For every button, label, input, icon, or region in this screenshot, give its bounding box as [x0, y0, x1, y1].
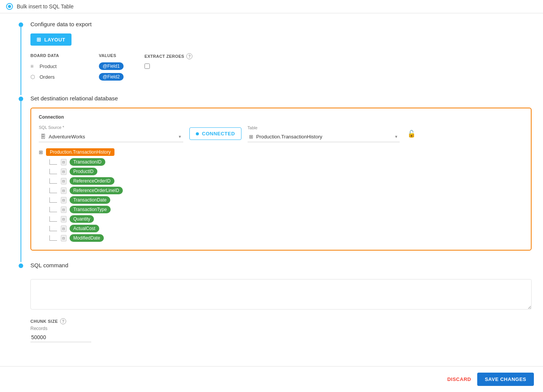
field-chip-transactionid: TransactionID: [70, 158, 105, 166]
step3-container: SQL command CHUNK SIZE ? Records: [11, 262, 532, 354]
chunk-help-icon[interactable]: ?: [60, 318, 66, 324]
table-select[interactable]: ⊞ Production.TransactionHistory ▼: [248, 132, 400, 142]
header-title: Bulk insert to SQL Table: [17, 3, 73, 10]
step2-heading: Set destination relational database: [30, 95, 532, 102]
records-input[interactable]: [30, 333, 91, 342]
column-icon-referenceorderlineid: ⊟: [61, 187, 67, 194]
step2-dot: [19, 97, 23, 101]
main-content: Configure data to export ⊞ LAYOUT Board …: [0, 13, 543, 366]
connected-button[interactable]: CONNECTED: [189, 127, 241, 140]
tree-branch-icon: [49, 178, 57, 184]
table-label: Table: [248, 125, 400, 130]
tree-root: ⊞ Production.TransactionHistory ⊟ Transa…: [39, 148, 523, 242]
field1-badge: @Field1: [99, 62, 124, 70]
sql-source-value: AdventureWorks: [49, 134, 175, 140]
header-bar: Bulk insert to SQL Table: [0, 0, 543, 13]
db-icon: 🗄: [40, 133, 46, 140]
tree-branch-icon: [49, 226, 57, 231]
tree-branch-icon: [49, 188, 57, 193]
step1-content: Configure data to export ⊞ LAYOUT Board …: [30, 21, 532, 95]
connection-box: Connection SQL Source * 🗄 AdventureWorks…: [30, 108, 532, 251]
chunk-section: CHUNK SIZE ? Records: [30, 318, 532, 342]
tree-branch-icon: [49, 197, 57, 203]
tree-field-referenceorderid: ⊟ ReferenceOrderID: [49, 177, 523, 185]
tree-branch-icon: [49, 216, 57, 222]
field-chip-referenceorderlineid: ReferenceOrderLineID: [70, 187, 123, 194]
field-chip-actualcost: ActualCost: [70, 225, 99, 232]
column-icon-modifieddate: ⊟: [61, 235, 67, 241]
field-chip-transactiondate: TransactionDate: [70, 196, 111, 204]
board-table-header: Board data Values Extract zeroes ?: [30, 53, 532, 59]
step3-line: [21, 268, 21, 354]
records-label: Records: [30, 326, 532, 331]
footer-bar: DISCARD SAVE CHANGES: [0, 366, 543, 392]
layout-button-label: LAYOUT: [44, 37, 65, 43]
table-dropdown-arrow-icon: ▼: [394, 135, 398, 139]
table-select-value: Production.TransactionHistory: [256, 134, 391, 140]
field2-badge: @Field2: [99, 73, 124, 81]
lock-button[interactable]: 🔓: [406, 128, 417, 140]
product-label: Product: [40, 63, 57, 69]
connected-dot-icon: [196, 132, 199, 135]
step2-content: Set destination relational database Conn…: [30, 95, 532, 262]
tree-fields: ⊟ TransactionID ⊟ ProductID: [49, 158, 523, 242]
col-header-extract: Extract zeroes ?: [144, 53, 213, 59]
tree-branch-icon: [49, 207, 57, 212]
col-header-board-data: Board data: [30, 53, 99, 59]
tree-field-referenceorderlineid: ⊟ ReferenceOrderLineID: [49, 187, 523, 194]
cube-icon: ⬡: [30, 74, 37, 80]
layout-button[interactable]: ⊞ LAYOUT: [30, 33, 71, 46]
tree-branch-icon: [49, 235, 57, 241]
field-chip-transactiontype: TransactionType: [70, 206, 111, 213]
connected-label: CONNECTED: [202, 131, 235, 136]
tree-table-grid-icon: ⊞: [39, 149, 43, 155]
column-icon-referenceorderid: ⊟: [61, 178, 67, 184]
col-header-extract-label: Extract zeroes: [144, 54, 184, 59]
extract-checkbox-product[interactable]: [144, 63, 150, 69]
board-row-product: ≡ Product @Field1: [30, 62, 532, 70]
sql-command-input[interactable]: [30, 279, 532, 309]
discard-button[interactable]: DISCARD: [447, 376, 471, 382]
column-icon-actualcost: ⊟: [61, 225, 67, 232]
orders-label: Orders: [40, 74, 55, 80]
board-value-orders: @Field2: [99, 73, 144, 81]
table-grid-icon: ⊞: [249, 134, 253, 140]
save-changes-button[interactable]: SAVE CHANGES: [477, 373, 534, 386]
hamburger-icon: ≡: [30, 63, 37, 69]
page-wrapper: Bulk insert to SQL Table Configure data …: [0, 0, 543, 392]
field-chip-productid: ProductID: [70, 168, 97, 175]
step1-container: Configure data to export ⊞ LAYOUT Board …: [11, 21, 532, 95]
column-icon-quantity: ⊟: [61, 216, 67, 222]
tree-field-transactionid: ⊟ TransactionID: [49, 158, 523, 166]
connection-label: Connection: [39, 114, 523, 120]
column-icon-productid: ⊟: [61, 168, 67, 175]
sql-source-group: SQL Source * 🗄 AdventureWorks ▼: [39, 125, 183, 142]
timeline-col-1: [11, 21, 30, 95]
step2-container: Set destination relational database Conn…: [11, 95, 532, 262]
column-icon-transactiondate: ⊟: [61, 197, 67, 203]
tree-field-quantity: ⊟ Quantity: [49, 215, 523, 223]
field-chip-quantity: Quantity: [70, 215, 94, 223]
timeline-col-2: [11, 95, 30, 262]
board-extract-product: [144, 63, 213, 69]
sql-source-select[interactable]: 🗄 AdventureWorks ▼: [39, 131, 183, 142]
step1-heading: Configure data to export: [30, 21, 532, 27]
extract-help-icon[interactable]: ?: [186, 53, 192, 59]
header-circle-icon: [6, 3, 13, 10]
tree-field-modifieddate: ⊟ ModifiedDate: [49, 234, 523, 242]
tree-table-row: ⊞ Production.TransactionHistory: [39, 148, 523, 156]
column-icon-transactiontype: ⊟: [61, 206, 67, 213]
column-icon-transactionid: ⊟: [61, 159, 67, 165]
layout-icon: ⊞: [37, 37, 41, 43]
step1-line: [21, 27, 21, 95]
field-chip-modifieddate: ModifiedDate: [70, 234, 104, 242]
step3-heading: SQL command: [30, 262, 532, 268]
sql-source-label: SQL Source *: [39, 125, 183, 130]
field-chip-referenceorderid: ReferenceOrderID: [70, 177, 114, 185]
tree-branch-icon: [49, 159, 57, 165]
step3-content: SQL command CHUNK SIZE ? Records: [30, 262, 532, 354]
tree-field-actualcost: ⊟ ActualCost: [49, 225, 523, 232]
tree-table-badge: Production.TransactionHistory: [46, 148, 114, 156]
tree-field-transactiontype: ⊟ TransactionType: [49, 206, 523, 213]
tree-branch-icon: [49, 169, 57, 174]
